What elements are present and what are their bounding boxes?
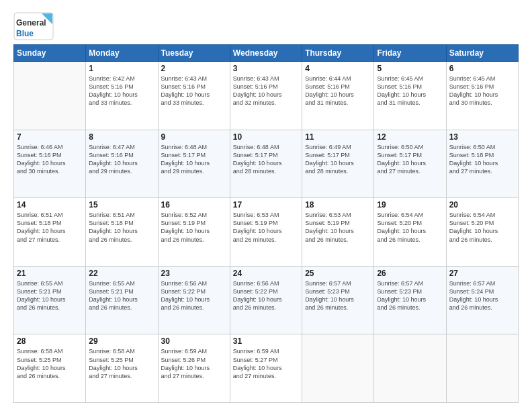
weekday-header-friday: Friday <box>374 45 446 62</box>
day-number: 30 <box>161 336 227 346</box>
day-info: Sunrise: 6:45 AM Sunset: 5:16 PM Dayligh… <box>449 75 515 107</box>
calendar-cell: 12Sunrise: 6:50 AM Sunset: 5:17 PM Dayli… <box>374 130 446 198</box>
header: GeneralBlue <box>13 12 519 40</box>
day-info: Sunrise: 6:53 AM Sunset: 5:19 PM Dayligh… <box>305 211 371 244</box>
day-info: Sunrise: 6:43 AM Sunset: 5:16 PM Dayligh… <box>233 75 299 107</box>
logo-svg: GeneralBlue <box>13 12 54 40</box>
day-number: 8 <box>89 132 154 142</box>
day-number: 28 <box>17 336 83 346</box>
day-number: 16 <box>161 200 227 210</box>
calendar-cell: 4Sunrise: 6:44 AM Sunset: 5:16 PM Daylig… <box>302 62 374 130</box>
calendar-cell <box>446 334 518 403</box>
day-info: Sunrise: 6:57 AM Sunset: 5:23 PM Dayligh… <box>377 279 443 312</box>
day-number: 1 <box>89 64 154 73</box>
calendar-cell: 23Sunrise: 6:56 AM Sunset: 5:22 PM Dayli… <box>158 266 230 334</box>
day-number: 26 <box>377 269 443 278</box>
calendar-cell: 16Sunrise: 6:52 AM Sunset: 5:19 PM Dayli… <box>158 198 230 267</box>
day-info: Sunrise: 6:43 AM Sunset: 5:16 PM Dayligh… <box>161 75 227 107</box>
day-number: 17 <box>233 200 299 210</box>
page: GeneralBlue SundayMondayTuesdayWednesday… <box>0 0 532 411</box>
calendar-cell <box>14 62 86 130</box>
svg-text:Blue: Blue <box>16 29 34 38</box>
day-number: 7 <box>17 132 83 142</box>
calendar-cell: 17Sunrise: 6:53 AM Sunset: 5:19 PM Dayli… <box>230 198 302 267</box>
day-number: 10 <box>233 132 299 142</box>
day-info: Sunrise: 6:59 AM Sunset: 5:27 PM Dayligh… <box>233 347 299 380</box>
day-info: Sunrise: 6:55 AM Sunset: 5:21 PM Dayligh… <box>17 279 83 312</box>
day-number: 21 <box>17 269 83 278</box>
calendar-week-row: 14Sunrise: 6:51 AM Sunset: 5:18 PM Dayli… <box>14 198 519 267</box>
calendar-cell: 26Sunrise: 6:57 AM Sunset: 5:23 PM Dayli… <box>374 266 446 334</box>
day-number: 27 <box>449 269 515 278</box>
calendar-cell: 6Sunrise: 6:45 AM Sunset: 5:16 PM Daylig… <box>446 62 518 130</box>
weekday-header-tuesday: Tuesday <box>158 45 230 62</box>
day-info: Sunrise: 6:55 AM Sunset: 5:21 PM Dayligh… <box>89 279 154 312</box>
calendar-cell: 28Sunrise: 6:58 AM Sunset: 5:25 PM Dayli… <box>14 334 86 403</box>
calendar-cell: 8Sunrise: 6:47 AM Sunset: 5:16 PM Daylig… <box>86 130 158 198</box>
calendar-cell: 21Sunrise: 6:55 AM Sunset: 5:21 PM Dayli… <box>14 266 86 334</box>
weekday-header-saturday: Saturday <box>446 45 518 62</box>
calendar-cell: 31Sunrise: 6:59 AM Sunset: 5:27 PM Dayli… <box>230 334 302 403</box>
calendar-cell: 24Sunrise: 6:56 AM Sunset: 5:22 PM Dayli… <box>230 266 302 334</box>
day-number: 20 <box>449 200 515 210</box>
day-info: Sunrise: 6:58 AM Sunset: 5:25 PM Dayligh… <box>89 347 154 380</box>
day-info: Sunrise: 6:56 AM Sunset: 5:22 PM Dayligh… <box>161 279 227 312</box>
calendar-cell: 5Sunrise: 6:45 AM Sunset: 5:16 PM Daylig… <box>374 62 446 130</box>
calendar-cell: 9Sunrise: 6:48 AM Sunset: 5:17 PM Daylig… <box>158 130 230 198</box>
calendar-cell: 11Sunrise: 6:49 AM Sunset: 5:17 PM Dayli… <box>302 130 374 198</box>
day-number: 19 <box>377 200 443 210</box>
calendar-cell <box>374 334 446 403</box>
day-number: 31 <box>233 336 299 346</box>
calendar-cell: 10Sunrise: 6:48 AM Sunset: 5:17 PM Dayli… <box>230 130 302 198</box>
calendar-cell: 29Sunrise: 6:58 AM Sunset: 5:25 PM Dayli… <box>86 334 158 403</box>
calendar-cell: 25Sunrise: 6:57 AM Sunset: 5:23 PM Dayli… <box>302 266 374 334</box>
day-number: 12 <box>377 132 443 142</box>
logo: GeneralBlue <box>13 12 54 40</box>
day-info: Sunrise: 6:49 AM Sunset: 5:17 PM Dayligh… <box>305 143 371 176</box>
calendar-week-row: 7Sunrise: 6:46 AM Sunset: 5:16 PM Daylig… <box>14 130 519 198</box>
day-info: Sunrise: 6:52 AM Sunset: 5:19 PM Dayligh… <box>161 211 227 244</box>
day-number: 23 <box>161 269 227 278</box>
calendar-table: SundayMondayTuesdayWednesdayThursdayFrid… <box>13 44 519 403</box>
svg-text:General: General <box>16 18 46 28</box>
day-info: Sunrise: 6:48 AM Sunset: 5:17 PM Dayligh… <box>161 143 227 176</box>
weekday-header-thursday: Thursday <box>302 45 374 62</box>
calendar-week-row: 28Sunrise: 6:58 AM Sunset: 5:25 PM Dayli… <box>14 334 519 403</box>
weekday-header-wednesday: Wednesday <box>230 45 302 62</box>
day-number: 6 <box>449 64 515 73</box>
day-number: 22 <box>89 269 154 278</box>
weekday-header-sunday: Sunday <box>14 45 86 62</box>
calendar-cell: 15Sunrise: 6:51 AM Sunset: 5:18 PM Dayli… <box>86 198 158 267</box>
day-info: Sunrise: 6:45 AM Sunset: 5:16 PM Dayligh… <box>377 75 443 107</box>
day-info: Sunrise: 6:57 AM Sunset: 5:23 PM Dayligh… <box>305 279 371 312</box>
day-info: Sunrise: 6:51 AM Sunset: 5:18 PM Dayligh… <box>17 211 83 244</box>
day-number: 24 <box>233 269 299 278</box>
day-number: 14 <box>17 200 83 210</box>
calendar-cell: 27Sunrise: 6:57 AM Sunset: 5:24 PM Dayli… <box>446 266 518 334</box>
calendar-cell: 2Sunrise: 6:43 AM Sunset: 5:16 PM Daylig… <box>158 62 230 130</box>
calendar-cell: 20Sunrise: 6:54 AM Sunset: 5:20 PM Dayli… <box>446 198 518 267</box>
calendar-cell: 14Sunrise: 6:51 AM Sunset: 5:18 PM Dayli… <box>14 198 86 267</box>
day-info: Sunrise: 6:59 AM Sunset: 5:26 PM Dayligh… <box>161 347 227 380</box>
day-info: Sunrise: 6:58 AM Sunset: 5:25 PM Dayligh… <box>17 347 83 380</box>
day-info: Sunrise: 6:54 AM Sunset: 5:20 PM Dayligh… <box>449 211 515 244</box>
calendar-week-row: 1Sunrise: 6:42 AM Sunset: 5:16 PM Daylig… <box>14 62 519 130</box>
day-info: Sunrise: 6:50 AM Sunset: 5:18 PM Dayligh… <box>449 143 515 176</box>
day-number: 15 <box>89 200 154 210</box>
calendar-cell: 18Sunrise: 6:53 AM Sunset: 5:19 PM Dayli… <box>302 198 374 267</box>
calendar-cell <box>302 334 374 403</box>
day-number: 13 <box>449 132 515 142</box>
day-number: 4 <box>305 64 371 73</box>
day-info: Sunrise: 6:51 AM Sunset: 5:18 PM Dayligh… <box>89 211 154 244</box>
calendar-cell: 3Sunrise: 6:43 AM Sunset: 5:16 PM Daylig… <box>230 62 302 130</box>
day-info: Sunrise: 6:50 AM Sunset: 5:17 PM Dayligh… <box>377 143 443 176</box>
calendar-header-row: SundayMondayTuesdayWednesdayThursdayFrid… <box>14 45 519 62</box>
day-info: Sunrise: 6:53 AM Sunset: 5:19 PM Dayligh… <box>233 211 299 244</box>
calendar-cell: 19Sunrise: 6:54 AM Sunset: 5:20 PM Dayli… <box>374 198 446 267</box>
day-info: Sunrise: 6:56 AM Sunset: 5:22 PM Dayligh… <box>233 279 299 312</box>
day-info: Sunrise: 6:44 AM Sunset: 5:16 PM Dayligh… <box>305 75 371 107</box>
day-number: 2 <box>161 64 227 73</box>
day-info: Sunrise: 6:57 AM Sunset: 5:24 PM Dayligh… <box>449 279 515 312</box>
calendar-week-row: 21Sunrise: 6:55 AM Sunset: 5:21 PM Dayli… <box>14 266 519 334</box>
day-info: Sunrise: 6:47 AM Sunset: 5:16 PM Dayligh… <box>89 143 154 176</box>
